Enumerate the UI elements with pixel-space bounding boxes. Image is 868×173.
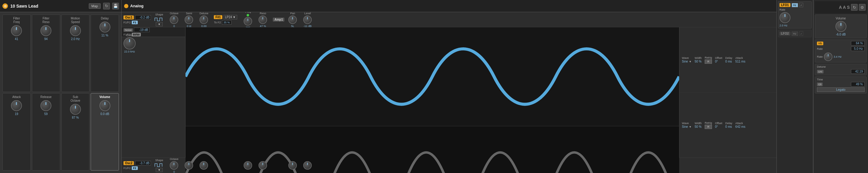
- osc2-shape-dropdown[interactable]: ▼: [156, 168, 163, 172]
- fil1-to-f2-value[interactable]: 35 %: [222, 20, 231, 25]
- wave1-wave-dropdown[interactable]: ▼: [689, 60, 691, 63]
- fil1-freq-knob[interactable]: [244, 17, 252, 26]
- lfo2-label[interactable]: LFO2: [779, 32, 790, 36]
- sync-icon[interactable]: ↻: [103, 3, 110, 9]
- amp1-label: Amp1: [273, 18, 284, 22]
- fil1-type[interactable]: LP24 ▼: [223, 15, 237, 20]
- vib-value[interactable]: 64 %: [851, 41, 865, 45]
- vib-rate-value[interactable]: 5.0 Hz: [851, 46, 865, 51]
- lfo1-label[interactable]: LFO1: [779, 3, 790, 7]
- aas-header: A A S ↻ ⚙: [815, 1, 867, 13]
- color-knob[interactable]: [123, 37, 136, 49]
- fil1-reso-group: Reso 47 %: [256, 12, 270, 28]
- wave1-offset-val: 0°: [715, 60, 722, 63]
- macro-release-value: 59: [44, 112, 48, 116]
- save-icon[interactable]: 💾: [112, 3, 119, 9]
- macro-volume-knob[interactable]: [99, 100, 111, 111]
- osc1-f-button[interactable]: F1: [132, 21, 138, 24]
- osc2-label: Osc2: [123, 161, 134, 165]
- wave1-offset-label: Offset: [715, 57, 722, 60]
- fil1-freq-label: Freq: [245, 12, 251, 13]
- noise-db[interactable]: -19 dB: [134, 28, 150, 32]
- to-f2-label: To F2: [214, 21, 221, 24]
- macro-sub-octave-label: SubOctave: [70, 95, 80, 103]
- macro-release: Release 59: [32, 93, 60, 171]
- macro-volume: Volume 0.0 dB: [91, 93, 119, 171]
- macro-filter-reso: FilterReso 94: [32, 14, 60, 92]
- far-right-panel: A A S ↻ ⚙ Volume -6.0 dB Vib 64 % Rate 5…: [813, 0, 868, 173]
- osc1-octave-group: Octave 0: [167, 12, 181, 28]
- osc2-octave-knob[interactable]: [170, 161, 178, 170]
- volume-knob[interactable]: [835, 21, 846, 32]
- lfo1-note-btn[interactable]: ♪: [799, 3, 803, 7]
- wave1-retrig-val[interactable]: R: [705, 60, 712, 64]
- vib-group: Vib 64 % Rate 5.0 Hz Rate 3.4 Hz: [815, 39, 867, 63]
- legato-row: Legato: [817, 88, 865, 92]
- macro-delay-label: Delay: [101, 17, 109, 20]
- osc1-detune-label: Detune: [199, 12, 208, 15]
- wave1-attack-val: 511 ms: [735, 60, 745, 63]
- wave2-retrig-val[interactable]: R: [705, 125, 712, 129]
- amp1-level-knob[interactable]: [303, 15, 312, 24]
- vib-rate-label: Rate: [817, 47, 823, 50]
- vib-label: Vib: [817, 42, 823, 45]
- macro-motion-speed: MotionSpeed 2.0 Hz: [61, 14, 90, 92]
- macro-attack-knob[interactable]: [11, 100, 22, 111]
- macro-release-knob[interactable]: [40, 100, 52, 111]
- middle-wave-section: Noise -19 dB F1/F2 50/50 Color: [122, 27, 776, 158]
- gli-value[interactable]: 49 %: [851, 82, 865, 86]
- sync2-icon[interactable]: ↻: [851, 4, 858, 11]
- fil1-reso-knob[interactable]: [258, 15, 267, 24]
- lfo1-group: LFO1 Hz ♪ Rate 2.0 Hz: [778, 1, 812, 29]
- osc2-db[interactable]: -3.7 dB: [135, 161, 151, 165]
- lfo2-hz-btn[interactable]: Hz: [792, 32, 798, 36]
- osc2-f1f2-label: F1/F2: [123, 167, 131, 170]
- color-label: Color: [126, 34, 133, 37]
- macro-filter-reso-knob[interactable]: [40, 25, 52, 36]
- macro-grid: FilterFreq 41 FilterReso 94 MotionSpeed …: [0, 12, 121, 173]
- detune-label: Detune: [817, 65, 826, 68]
- uni-value[interactable]: 42.19: [851, 69, 865, 74]
- device-icon: ◎: [2, 3, 8, 9]
- osc1-semi-knob[interactable]: [185, 15, 193, 24]
- osc1-shape-label: Shape: [155, 13, 163, 16]
- amp1-pan-label: Pan: [290, 12, 295, 15]
- lfo-rate-label: Rate: [817, 55, 823, 58]
- macro-delay: Delay 11 %: [91, 14, 119, 92]
- lfo2-header: LFO2 Hz ♪: [779, 31, 810, 36]
- map-button[interactable]: Map: [89, 3, 101, 9]
- macro-filter-reso-value: 94: [44, 37, 48, 41]
- osc1-semi-label: Semi: [186, 12, 192, 15]
- osc1-detune-knob[interactable]: [199, 15, 208, 24]
- wave2-wave-label: Wave: [682, 122, 691, 125]
- osc1-label: Osc1: [123, 15, 134, 20]
- legato-button[interactable]: Legato: [817, 88, 865, 92]
- osc1-shape-dropdown[interactable]: ▼: [156, 22, 163, 26]
- wave2-width-val: 50 %: [695, 125, 702, 128]
- wave1-delay-val: 0 ms: [725, 60, 732, 63]
- osc2-shape-group: Shape ▼: [152, 159, 166, 172]
- osc1-db[interactable]: -0.2 dB: [135, 15, 151, 20]
- osc1-f1f2-label: F1/F2: [123, 21, 131, 24]
- osc2-f-button[interactable]: F2: [132, 166, 138, 170]
- wave1-info: Wave Sine ▼ Width 50 % Retrig: [679, 27, 776, 93]
- macro-filter-reso-label: FilterReso: [42, 17, 49, 24]
- wave2-wave-dropdown[interactable]: ▼: [689, 125, 691, 128]
- macro-motion-speed-knob[interactable]: [70, 25, 81, 36]
- macro-sub-octave-knob[interactable]: [70, 104, 81, 115]
- settings-icon[interactable]: ⚙: [859, 4, 866, 11]
- volume-value: -6.0 dB: [836, 33, 845, 36]
- amp1-pan-knob[interactable]: [288, 15, 297, 24]
- lfo1-hz-btn[interactable]: Hz: [792, 3, 798, 7]
- volume-label: Volume: [836, 17, 846, 20]
- lfo2-note-btn[interactable]: ♪: [799, 31, 803, 36]
- osc1-octave-knob[interactable]: [170, 15, 178, 24]
- lfo1-rate-value: 2.0 Hz: [779, 24, 810, 27]
- lfo1-header: LFO1 Hz ♪: [779, 3, 810, 7]
- macro-delay-knob[interactable]: [99, 22, 111, 32]
- fil1-reso-label: Reso: [260, 12, 266, 15]
- lfo1-rate-knob[interactable]: [779, 12, 790, 23]
- macro-attack: Attack 19: [2, 93, 31, 171]
- lfo-rate-knob[interactable]: [824, 53, 832, 61]
- macro-filter-freq-knob[interactable]: [11, 25, 22, 36]
